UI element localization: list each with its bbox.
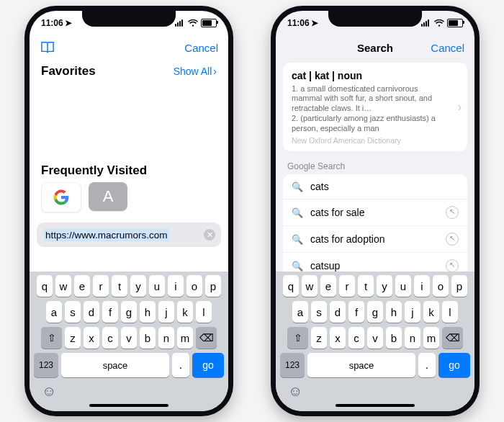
key-k[interactable]: k xyxy=(423,301,439,323)
freq-tile-google[interactable] xyxy=(41,182,81,212)
suggestion-row[interactable]: 🔍cats xyxy=(283,174,467,199)
show-all-button[interactable]: Show All› xyxy=(174,66,217,77)
home-indicator[interactable] xyxy=(89,404,168,407)
key-c[interactable]: c xyxy=(102,327,118,349)
suggestion-row[interactable]: 🔍cats for sale xyxy=(283,199,467,225)
url-text[interactable]: https://www.macrumors.com xyxy=(44,229,169,241)
key-v[interactable]: v xyxy=(367,327,383,349)
suggestion-text: catsup xyxy=(310,260,340,271)
key-p[interactable]: p xyxy=(205,275,221,297)
key-a[interactable]: a xyxy=(46,301,62,323)
period-key[interactable]: . xyxy=(172,353,189,377)
phone-left: 11:06➤ Cancel Favorites Show All› xyxy=(24,6,233,416)
top-left-arrow-icon[interactable] xyxy=(446,233,459,246)
key-l[interactable]: l xyxy=(196,301,212,323)
key-o[interactable]: o xyxy=(186,275,202,297)
key-t[interactable]: t xyxy=(112,275,127,297)
bookmarks-icon[interactable] xyxy=(40,41,55,54)
key-v[interactable]: v xyxy=(121,327,137,349)
key-k[interactable]: k xyxy=(177,301,193,323)
cancel-button[interactable]: Cancel xyxy=(431,42,464,54)
key-m[interactable]: m xyxy=(423,327,439,349)
sense-1: 1. a small domesticated carnivorous mamm… xyxy=(292,84,449,114)
key-n[interactable]: n xyxy=(158,327,174,349)
key-q[interactable]: q xyxy=(37,275,53,297)
key-x[interactable]: x xyxy=(330,327,346,349)
key-y[interactable]: y xyxy=(130,275,146,297)
keyboard[interactable]: qwertyuiop asdfghjkl ⇧ zxcvbnm ⌫ 123 spa… xyxy=(276,271,474,411)
cancel-button[interactable]: Cancel xyxy=(184,42,218,54)
freq-tile-a[interactable]: A xyxy=(89,182,127,211)
backspace-key[interactable]: ⌫ xyxy=(442,327,463,349)
top-left-arrow-icon[interactable] xyxy=(446,259,459,272)
key-z[interactable]: z xyxy=(311,327,327,349)
emoji-key[interactable]: ☺ xyxy=(288,383,302,400)
key-f[interactable]: f xyxy=(102,301,118,323)
key-b[interactable]: b xyxy=(386,327,402,349)
signal-icon xyxy=(421,19,431,27)
key-c[interactable]: c xyxy=(348,327,364,349)
key-y[interactable]: y xyxy=(377,275,392,297)
numbers-key[interactable]: 123 xyxy=(34,353,58,377)
clear-icon[interactable]: ✕ xyxy=(204,229,215,241)
key-z[interactable]: z xyxy=(65,327,81,349)
key-d[interactable]: d xyxy=(330,301,346,323)
dictionary-card[interactable]: cat | kat | noun 1. a small domesticated… xyxy=(283,63,467,151)
chevron-right-icon: › xyxy=(458,100,462,115)
address-bar[interactable]: https://www.macrumors.com ✕ xyxy=(37,223,221,247)
key-s[interactable]: s xyxy=(311,301,327,323)
key-j[interactable]: j xyxy=(405,301,420,323)
period-key[interactable]: . xyxy=(418,353,436,377)
backspace-key[interactable]: ⌫ xyxy=(196,327,217,349)
key-a[interactable]: a xyxy=(292,301,308,323)
key-o[interactable]: o xyxy=(433,275,449,297)
wifi-icon xyxy=(188,19,198,27)
key-n[interactable]: n xyxy=(405,327,420,349)
numbers-key[interactable]: 123 xyxy=(280,353,305,377)
battery-icon xyxy=(447,19,463,27)
search-icon: 🔍 xyxy=(292,234,303,245)
key-r[interactable]: r xyxy=(339,275,355,297)
emoji-key[interactable]: ☺ xyxy=(42,383,56,400)
key-u[interactable]: u xyxy=(395,275,411,297)
key-t[interactable]: t xyxy=(358,275,374,297)
key-i[interactable]: i xyxy=(414,275,430,297)
keyboard[interactable]: qwertyuiop asdfghjkl ⇧ zxcvbnm ⌫ 123 spa… xyxy=(30,271,228,411)
search-icon: 🔍 xyxy=(292,261,303,271)
space-key[interactable]: space xyxy=(61,353,169,377)
signal-icon xyxy=(175,19,185,27)
key-q[interactable]: q xyxy=(283,275,299,297)
space-key[interactable]: space xyxy=(307,353,415,377)
go-key[interactable]: go xyxy=(438,353,470,377)
key-w[interactable]: w xyxy=(55,275,71,297)
key-i[interactable]: i xyxy=(168,275,184,297)
key-e[interactable]: e xyxy=(74,275,90,297)
key-p[interactable]: p xyxy=(451,275,467,297)
key-g[interactable]: g xyxy=(121,301,137,323)
key-b[interactable]: b xyxy=(140,327,156,349)
key-u[interactable]: u xyxy=(149,275,165,297)
wifi-icon xyxy=(434,19,444,27)
home-indicator[interactable] xyxy=(336,404,415,407)
suggestion-row[interactable]: 🔍cats for adoption xyxy=(283,225,467,252)
suggestion-text: cats for sale xyxy=(310,207,364,218)
key-h[interactable]: h xyxy=(140,301,156,323)
key-x[interactable]: x xyxy=(84,327,99,349)
key-h[interactable]: h xyxy=(386,301,402,323)
go-key[interactable]: go xyxy=(192,353,224,377)
key-e[interactable]: e xyxy=(320,275,336,297)
key-g[interactable]: g xyxy=(367,301,383,323)
search-icon: 🔍 xyxy=(292,181,303,192)
dictionary-source: New Oxford American Dictionary xyxy=(292,136,449,145)
key-j[interactable]: j xyxy=(158,301,174,323)
key-w[interactable]: w xyxy=(302,275,318,297)
shift-key[interactable]: ⇧ xyxy=(41,327,62,349)
shift-key[interactable]: ⇧ xyxy=(287,327,308,349)
key-s[interactable]: s xyxy=(65,301,81,323)
top-left-arrow-icon[interactable] xyxy=(446,206,459,219)
key-f[interactable]: f xyxy=(348,301,364,323)
key-r[interactable]: r xyxy=(93,275,109,297)
key-d[interactable]: d xyxy=(84,301,99,323)
key-l[interactable]: l xyxy=(442,301,458,323)
key-m[interactable]: m xyxy=(177,327,193,349)
